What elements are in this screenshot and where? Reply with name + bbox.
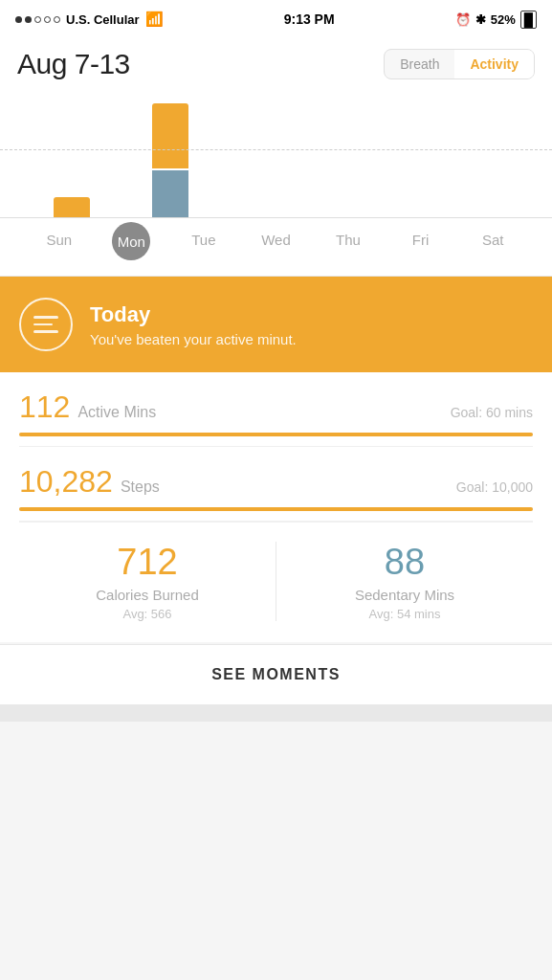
status-right: ⏰ ✱ 52% █: [455, 11, 537, 29]
signal-dots: [15, 16, 60, 23]
stat-active-mins-values: 112 Active Mins: [19, 390, 156, 425]
sedentary-value: 88: [286, 542, 523, 583]
calories-value: 712: [29, 542, 266, 583]
active-mins-label: Active Mins: [77, 404, 156, 421]
see-moments-button[interactable]: SEE MOMENTS: [211, 666, 341, 683]
bottom-stats: 712 Calories Burned Avg: 566 88 Sedentar…: [19, 522, 533, 642]
banner-line-3: [33, 330, 58, 333]
banner-line-2: [33, 323, 53, 326]
tab-breath[interactable]: Breath: [385, 50, 454, 78]
bar-mon-blue: [152, 170, 188, 218]
active-mins-goal: Goal: 60 mins: [451, 405, 533, 420]
banner-text: Today You've beaten your active minut.: [90, 302, 297, 347]
status-left: U.S. Cellular 📶: [15, 11, 164, 28]
banner-lines: [33, 316, 58, 333]
sedentary-mins-stat: 88 Sedentary Mins Avg: 54 mins: [276, 542, 533, 621]
today-banner: Today You've beaten your active minut.: [0, 277, 552, 372]
day-thu[interactable]: Thu: [329, 232, 367, 260]
stat-steps: 10,282 Steps Goal: 10,000: [19, 447, 533, 522]
chart-bars: [0, 113, 552, 218]
header: Aug 7-13 Breath Activity: [0, 38, 552, 94]
bar-mon[interactable]: [152, 103, 188, 218]
dot-3: [34, 16, 41, 23]
stat-active-mins: 112 Active Mins Goal: 60 mins: [19, 372, 533, 447]
active-mins-progress: [19, 433, 533, 436]
see-moments-section: SEE MOMENTS: [0, 644, 552, 704]
bluetooth-icon: ✱: [475, 12, 486, 27]
dot-1: [15, 16, 22, 23]
day-mon[interactable]: Mon: [112, 222, 150, 260]
steps-fill: [19, 507, 533, 511]
tab-group: Breath Activity: [384, 49, 535, 79]
day-tue[interactable]: Tue: [185, 232, 223, 260]
steps-progress: [19, 507, 533, 511]
tab-activity[interactable]: Activity: [454, 50, 534, 78]
active-mins-value: 112: [19, 390, 70, 425]
calories-avg: Avg: 566: [29, 607, 266, 621]
status-time: 9:13 PM: [284, 11, 335, 27]
status-bar: U.S. Cellular 📶 9:13 PM ⏰ ✱ 52% █: [0, 0, 552, 38]
dot-2: [25, 16, 32, 23]
alarm-icon: ⏰: [455, 12, 471, 27]
day-sun[interactable]: Sun: [40, 232, 78, 260]
sedentary-label: Sedentary Mins: [286, 587, 523, 603]
calories-burned-stat: 712 Calories Burned Avg: 566: [19, 542, 276, 621]
battery-icon: █: [520, 11, 537, 29]
chart-area: Sun Mon Tue Wed Thu Fri Sat: [0, 94, 552, 277]
day-fri[interactable]: Fri: [402, 232, 440, 260]
stat-steps-row: 10,282 Steps Goal: 10,000: [19, 464, 533, 500]
carrier-label: U.S. Cellular: [66, 12, 140, 27]
bar-sun: [54, 197, 90, 218]
banner-line-1: [33, 316, 58, 319]
sedentary-avg: Avg: 54 mins: [286, 607, 523, 621]
day-sat[interactable]: Sat: [474, 232, 512, 260]
battery-label: 52%: [491, 12, 516, 27]
banner-icon: [19, 298, 73, 351]
bar-mon-orange: [152, 103, 188, 168]
banner-title: Today: [90, 302, 297, 327]
dot-5: [54, 16, 60, 23]
steps-label: Steps: [121, 479, 160, 496]
bar-sun-orange: [54, 197, 90, 218]
banner-subtitle: You've beaten your active minut.: [90, 331, 297, 347]
stat-active-mins-row: 112 Active Mins Goal: 60 mins: [19, 390, 533, 425]
wifi-icon: 📶: [145, 11, 164, 28]
days-row: Sun Mon Tue Wed Thu Fri Sat: [0, 218, 552, 277]
dashed-line: [0, 149, 552, 150]
steps-goal: Goal: 10,000: [456, 479, 533, 495]
stats-section: 112 Active Mins Goal: 60 mins 10,282 Ste…: [0, 372, 552, 642]
day-wed[interactable]: Wed: [256, 232, 295, 260]
stat-steps-values: 10,282 Steps: [19, 464, 160, 500]
date-range: Aug 7-13: [17, 48, 130, 80]
dot-4: [44, 16, 51, 23]
active-mins-fill: [19, 433, 533, 436]
bottom-bar: [0, 704, 552, 722]
calories-label: Calories Burned: [29, 587, 266, 603]
steps-value: 10,282: [19, 464, 113, 500]
